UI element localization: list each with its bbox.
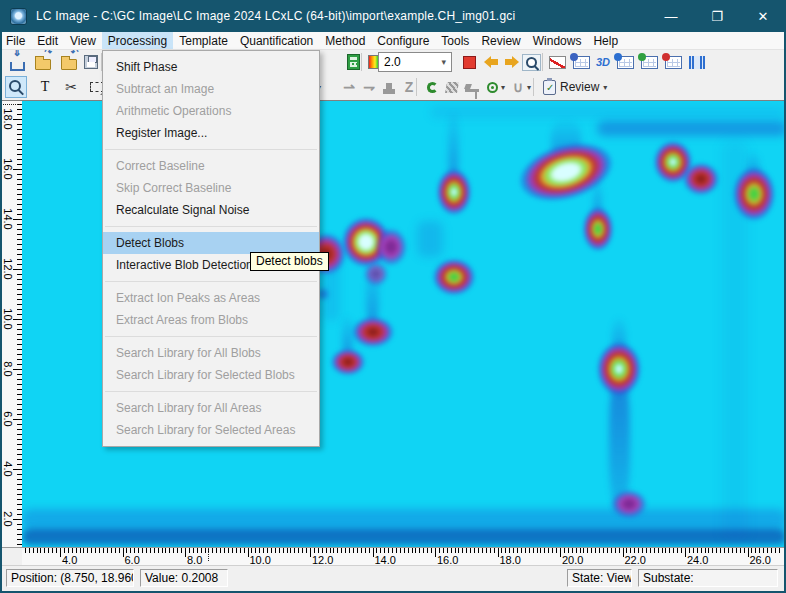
import-image-icon[interactable] <box>6 51 28 73</box>
x-tick <box>755 548 756 553</box>
x-tick <box>658 548 659 553</box>
app-icon <box>10 8 27 25</box>
x-tick <box>498 548 499 557</box>
x-tick <box>37 548 38 553</box>
menu-item-search-library-for-all-blobs[interactable]: Search Library for All Blobs <box>103 342 319 364</box>
x-tick <box>220 548 221 553</box>
x-tick <box>197 548 198 553</box>
menubar-item-help[interactable]: Help <box>587 32 624 49</box>
x-tick <box>123 548 124 557</box>
title-bar[interactable]: LC Image - C:\GC Image\LC Image 2024 LCx… <box>0 0 786 32</box>
x-tick <box>427 548 428 553</box>
forward-icon[interactable] <box>500 51 522 73</box>
x-tick <box>736 548 737 553</box>
close-button[interactable]: ✕ <box>740 0 786 32</box>
menu-item-extract-ion-peaks-as-areas[interactable]: Extract Ion Peaks as Areas <box>103 287 319 309</box>
intensity-band <box>597 121 784 136</box>
x-tick <box>716 548 717 553</box>
x-tick <box>181 548 182 553</box>
menubar-item-tools[interactable]: Tools <box>435 32 475 49</box>
template-table-icon[interactable] <box>638 51 660 73</box>
x-tick <box>138 548 139 553</box>
flag-tool-icon[interactable] <box>441 76 463 98</box>
shift-tool-icon[interactable]: ⇀ <box>338 76 360 98</box>
detect-target-icon[interactable] <box>481 76 503 98</box>
menubar-item-review[interactable]: Review <box>475 32 526 49</box>
menu-item-extract-areas-from-blobs[interactable]: Extract Areas from Blobs <box>103 309 319 331</box>
position-readout: Position: (8.750, 18.960) <box>6 569 134 587</box>
x-tick <box>162 548 163 553</box>
menu-item-skip-correct-baseline[interactable]: Skip Correct Baseline <box>103 177 319 199</box>
compare-images-icon[interactable] <box>686 51 708 73</box>
menubar-item-windows[interactable]: Windows <box>527 32 588 49</box>
maximize-button[interactable]: ❐ <box>694 0 740 32</box>
x-tick <box>490 548 491 553</box>
x-tick <box>751 548 752 553</box>
y-tick <box>17 149 22 150</box>
x-tick <box>318 548 319 553</box>
review-button[interactable]: Review▾ <box>540 77 610 97</box>
blob-table-icon[interactable] <box>614 51 636 73</box>
menu-item-detect-blobs[interactable]: Detect Blobs <box>103 232 319 254</box>
refresh-icon[interactable] <box>421 76 443 98</box>
menu-item-register-image[interactable]: Register Image... <box>103 122 319 144</box>
menubar-item-method[interactable]: Method <box>319 32 371 49</box>
y-tick <box>17 394 22 395</box>
x-tick <box>560 548 561 557</box>
zoom-region-icon[interactable] <box>520 51 542 73</box>
magnifier-tool-icon[interactable] <box>5 76 27 98</box>
x-tick <box>298 548 299 553</box>
menu-item-subtract-an-image[interactable]: Subtract an Image <box>103 78 319 100</box>
menu-item-search-library-for-selected-blobs[interactable]: Search Library for Selected Blobs <box>103 364 319 386</box>
menubar-item-view[interactable]: View <box>64 32 102 49</box>
y-tick <box>17 179 22 180</box>
y-tick <box>17 414 22 415</box>
menubar-item-file[interactable]: File <box>0 32 31 49</box>
menubar-item-configure[interactable]: Configure <box>371 32 435 49</box>
y-tick <box>17 544 22 545</box>
chevron-down-icon: ▾ <box>441 57 446 67</box>
text-tool-icon[interactable]: T <box>34 76 56 98</box>
menu-item-shift-phase[interactable]: Shift Phase <box>103 56 319 78</box>
x-tick <box>576 548 577 553</box>
y-tick <box>17 474 22 475</box>
x-tick <box>486 548 487 553</box>
menubar-item-processing[interactable]: Processing <box>102 32 173 49</box>
save-image-icon[interactable] <box>80 51 102 73</box>
cursor-marker-x <box>208 548 209 561</box>
stop-icon[interactable] <box>458 51 480 73</box>
x-tick <box>376 548 377 553</box>
menu-separator <box>103 276 319 287</box>
crane-tool-icon[interactable] <box>461 76 483 98</box>
open-image-icon[interactable] <box>32 51 54 73</box>
menu-item-arithmetic-operations[interactable]: Arithmetic Operations <box>103 100 319 122</box>
graph-view-icon[interactable] <box>546 51 568 73</box>
menubar-item-edit[interactable]: Edit <box>31 32 64 49</box>
menubar-item-quantification[interactable]: Quantification <box>234 32 319 49</box>
x-tick <box>103 548 104 553</box>
menu-item-recalculate-signal-noise[interactable]: Recalculate Signal Noise <box>103 199 319 221</box>
menubar-item-template[interactable]: Template <box>173 32 234 49</box>
back-icon[interactable] <box>480 51 502 73</box>
x-tick <box>244 548 245 553</box>
toolbar-separator <box>416 78 417 96</box>
x-tick <box>29 548 30 553</box>
filter-tool-icon[interactable]: ∪ <box>507 76 529 98</box>
cut-tool-icon[interactable]: ✂ <box>60 76 82 98</box>
close-image-icon[interactable] <box>58 51 80 73</box>
y-tick <box>17 539 22 540</box>
zoom-level-select[interactable]: 2.0▾ <box>378 52 452 72</box>
x-tick <box>665 548 666 553</box>
stamp-tool-icon[interactable] <box>378 76 400 98</box>
3d-view-icon[interactable]: 3D <box>592 51 614 73</box>
edit-table-icon[interactable] <box>662 51 684 73</box>
menu-item-correct-baseline[interactable]: Correct Baseline <box>103 155 319 177</box>
y-tick <box>17 364 22 365</box>
transfer-tool-icon[interactable]: ⇁ <box>358 76 380 98</box>
values-table-icon[interactable] <box>570 51 592 73</box>
x-tick <box>607 548 608 553</box>
menu-item-search-library-for-all-areas[interactable]: Search Library for All Areas <box>103 397 319 419</box>
menu-item-search-library-for-selected-areas[interactable]: Search Library for Selected Areas <box>103 419 319 441</box>
x-tick <box>634 548 635 553</box>
minimize-button[interactable]: — <box>648 0 694 32</box>
